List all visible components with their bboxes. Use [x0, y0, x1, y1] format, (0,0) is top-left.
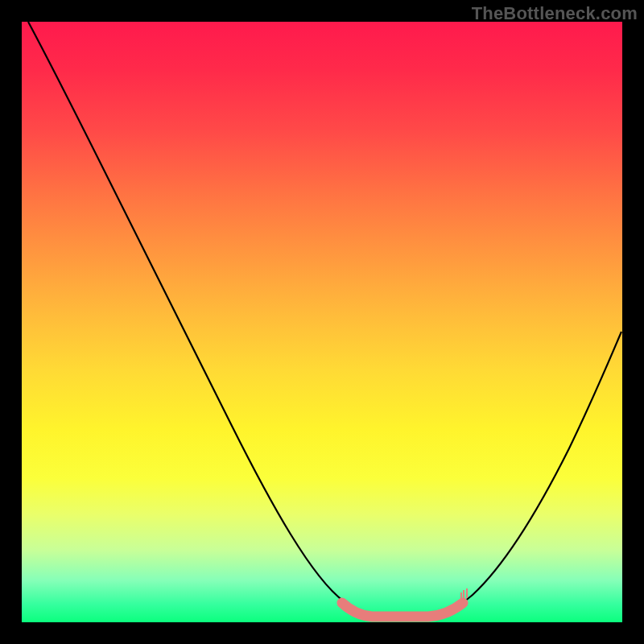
curve-svg: [22, 22, 622, 622]
plot-area: [22, 22, 622, 622]
watermark-text: TheBottleneck.com: [472, 3, 638, 24]
highlight-band: [342, 603, 463, 617]
bottleneck-curve: [28, 22, 621, 616]
chart-container: TheBottleneck.com: [0, 0, 644, 644]
